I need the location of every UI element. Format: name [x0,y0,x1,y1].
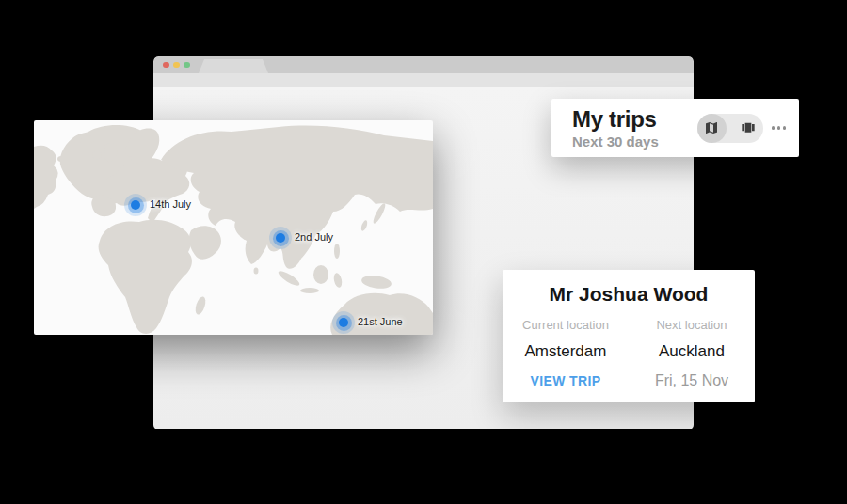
my-trips-header-card: My trips Next 30 days [551,99,799,157]
traveler-name: Mr Joshua Wood [503,283,755,306]
ellipsis-icon [772,126,775,130]
close-button[interactable] [163,62,169,69]
card-view-button[interactable] [734,114,763,143]
map-icon [704,120,719,135]
trip-card: Mr Joshua Wood Current location Amsterda… [503,270,755,402]
browser-toolbar [153,73,694,87]
view-toggle [697,114,763,143]
trip-marker-label: 21st June [358,316,403,327]
page-background: { "page": { "background": "#000000" }, "… [0,0,847,504]
trip-date: Fri, 15 Nov [629,372,755,389]
map-view-button[interactable] [697,114,727,143]
trip-marker-label: 14th July [150,198,191,210]
current-location-column: Current location Amsterdam VIEW TRIP [503,318,629,389]
next-location-column: Next location Auckland Fri, 15 Nov [629,318,755,389]
world-map [34,120,433,335]
next-location-value: Auckland [629,342,755,361]
fullscreen-button[interactable] [184,62,190,69]
minimize-button[interactable] [173,62,180,69]
traffic-lights [163,56,190,73]
marker-dot-icon [276,233,285,243]
page-subtitle: Next 30 days [572,134,659,149]
header-controls [697,114,789,143]
current-location-value: Amsterdam [503,342,629,361]
current-location-label: Current location [503,318,629,332]
carousel-icon [741,120,756,135]
next-location-label: Next location [629,318,755,332]
world-map-panel: 14th July2nd July21st June [34,120,433,335]
more-options-button[interactable] [770,122,789,134]
browser-titlebar[interactable] [153,56,694,73]
page-title: My trips [572,108,659,131]
trip-marker-label: 2nd July [295,231,333,243]
marker-dot-icon [131,200,140,210]
browser-tab[interactable] [199,59,268,73]
view-trip-link[interactable]: VIEW TRIP [530,373,600,388]
marker-dot-icon [339,318,348,327]
